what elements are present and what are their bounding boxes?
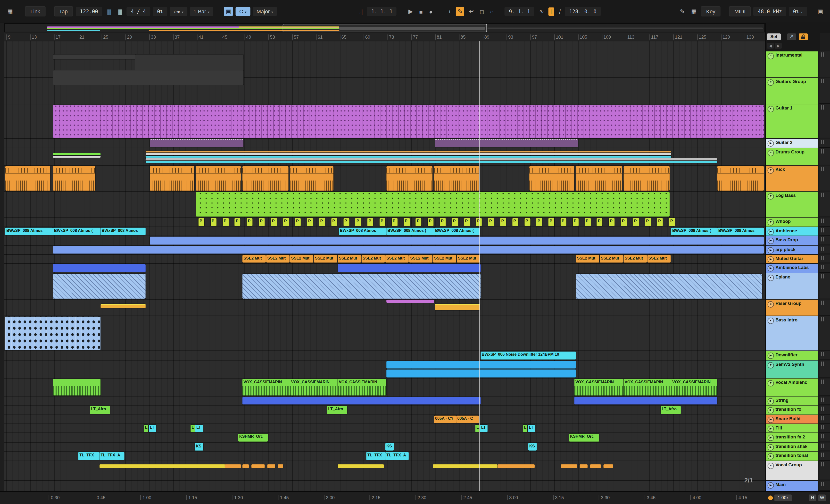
beat-ruler-label[interactable]: 37 (173, 34, 180, 40)
clip[interactable]: SSE2 Mut (385, 255, 409, 263)
clip[interactable] (243, 397, 481, 405)
clip[interactable]: BWxSP_008 Atmos (5, 228, 53, 235)
clip[interactable]: P (331, 218, 337, 226)
clip[interactable] (290, 166, 333, 191)
zoom-level-display[interactable]: 1.00x (774, 495, 792, 501)
key-map-button[interactable]: Key (701, 6, 721, 16)
overload-indicator[interactable]: ▣ (816, 7, 825, 16)
beat-ruler-label[interactable]: 105 (578, 34, 587, 40)
clip[interactable]: TL_TFX_A (99, 452, 125, 460)
clip[interactable] (498, 464, 535, 468)
track-header-muted-guitar[interactable]: ▶Muted Guitar (766, 255, 818, 263)
clip[interactable]: P (524, 218, 530, 226)
clip[interactable]: P (512, 218, 518, 226)
time-ruler-label[interactable]: 2:30 (415, 495, 426, 500)
clip[interactable]: SSE2 Mut (433, 255, 456, 263)
clip[interactable] (386, 370, 576, 378)
clip[interactable]: P (247, 218, 253, 226)
region-select-icon[interactable]: □ (478, 7, 485, 15)
time-signature-display[interactable]: 4 / 4 (126, 7, 150, 16)
track-header-main[interactable]: ▶Main (766, 481, 818, 491)
clip[interactable]: VOX_CASSIEMARIN (671, 379, 717, 396)
clip[interactable] (434, 166, 479, 191)
lock-icon[interactable] (799, 33, 808, 40)
track-header-transition-tonal[interactable]: ▶transition tonal (766, 451, 818, 461)
time-ruler-label[interactable]: 1:30 (232, 495, 243, 500)
clip[interactable]: SSE2 Mut (266, 255, 290, 263)
clip[interactable]: P (464, 218, 470, 226)
clip[interactable]: LT_Afro (661, 406, 681, 414)
beat-ruler-label[interactable]: 25 (102, 34, 108, 40)
track-header-transition-fx[interactable]: ▶transition fx (766, 405, 818, 414)
clip[interactable] (576, 166, 622, 191)
computer-midi-keyboard-icon[interactable]: ▦ (689, 7, 698, 16)
time-ruler[interactable]: 1.00x H W 0:300:451:001:151:301:452:002:… (0, 492, 830, 504)
tap-tempo-button[interactable]: Tap (54, 6, 73, 16)
beat-ruler-label[interactable]: 85 (459, 34, 466, 40)
scroll-left-arrow[interactable]: ◀ (767, 43, 774, 49)
fold-track-icon[interactable]: ▼ (768, 317, 774, 324)
clip[interactable]: LT (149, 424, 156, 432)
track-header-fill[interactable]: ▶Fill (766, 424, 818, 433)
clip[interactable]: P (295, 218, 301, 226)
new-midi-clip-button[interactable]: + (446, 7, 453, 15)
set-locator-button[interactable]: Set (767, 33, 781, 40)
beat-ruler-label[interactable]: 49 (245, 34, 251, 40)
beat-ruler-label[interactable]: 133 (745, 34, 754, 40)
clip[interactable] (603, 464, 613, 468)
time-ruler-label[interactable]: 2:00 (324, 495, 335, 500)
clip[interactable]: P (319, 218, 325, 226)
clip[interactable]: SSE2 Mut (576, 255, 599, 263)
playhead[interactable] (479, 41, 480, 492)
scale-midi-icon[interactable]: ▣ (224, 7, 233, 16)
time-ruler-label[interactable]: 3:00 (507, 495, 518, 500)
time-ruler-label[interactable]: 4:15 (736, 495, 747, 500)
clip[interactable]: SSE2 Mut (600, 255, 623, 263)
play-track-icon[interactable]: ▶ (768, 407, 774, 413)
beat-ruler-label[interactable]: 101 (554, 34, 563, 40)
track-header-riser-group[interactable]: ≡Riser Group (766, 300, 818, 315)
clip[interactable]: P (198, 218, 204, 226)
clip[interactable]: P (597, 218, 603, 226)
clip[interactable]: VOX_CASSIEMARIN (243, 379, 290, 396)
link-button[interactable]: Link (25, 6, 45, 16)
clip[interactable]: BWxSP_006 Noise Downlifter 124BPM 10 (481, 351, 576, 359)
beat-ruler-label[interactable]: 125 (697, 34, 706, 40)
loop-length-display[interactable]: 128. 0. 0 (565, 7, 601, 16)
clip[interactable] (243, 274, 481, 298)
clip[interactable]: VOX_CASSIEMARIN (624, 379, 671, 396)
track-header-kick[interactable]: ▼Kick (766, 166, 818, 191)
clip[interactable] (529, 166, 574, 191)
beat-ruler[interactable]: 9131721252933374145495357616569737781858… (4, 33, 765, 41)
time-ruler-label[interactable]: 4:00 (691, 495, 701, 500)
clip[interactable]: P (452, 218, 458, 226)
clip[interactable]: P (211, 218, 217, 226)
group-track-icon[interactable]: ≡ (768, 463, 774, 469)
clip[interactable]: LT (480, 424, 487, 432)
clip[interactable] (590, 464, 601, 468)
beat-ruler-label[interactable]: 29 (125, 34, 132, 40)
play-button[interactable]: ▶ (406, 7, 415, 16)
arrangement-area[interactable]: BWxSP_008 AtmosBWxSP_008 Atmos (BWxSP_00… (4, 41, 765, 492)
time-ruler-label[interactable]: 0:30 (49, 495, 60, 500)
clip[interactable] (386, 300, 434, 303)
clip[interactable] (150, 237, 764, 245)
play-track-icon[interactable]: ▶ (768, 426, 774, 432)
play-track-icon[interactable]: ▶ (768, 398, 774, 404)
beat-ruler-label[interactable]: 93 (507, 34, 513, 40)
play-track-icon[interactable]: ▶ (768, 482, 774, 489)
beat-ruler-label[interactable]: 61 (316, 34, 323, 40)
fold-track-icon[interactable]: ▼ (768, 193, 774, 199)
clip[interactable]: P (500, 218, 506, 226)
clip[interactable] (146, 156, 671, 158)
clip[interactable] (435, 139, 578, 147)
time-ruler-label[interactable]: 3:30 (599, 495, 610, 500)
beat-ruler-label[interactable]: 13 (30, 34, 37, 40)
track-header-vocal-ambienc[interactable]: ▼Vocal Ambienc (766, 378, 818, 396)
clip[interactable]: TL_TFX_A (385, 452, 409, 460)
clip[interactable] (435, 304, 480, 310)
clip[interactable]: SSE2 Mut (361, 255, 385, 263)
clip[interactable]: P (536, 218, 542, 226)
play-track-icon[interactable]: ▶ (768, 228, 774, 235)
track-header-semv2-synth[interactable]: ▼SemV2 Synth (766, 360, 818, 378)
